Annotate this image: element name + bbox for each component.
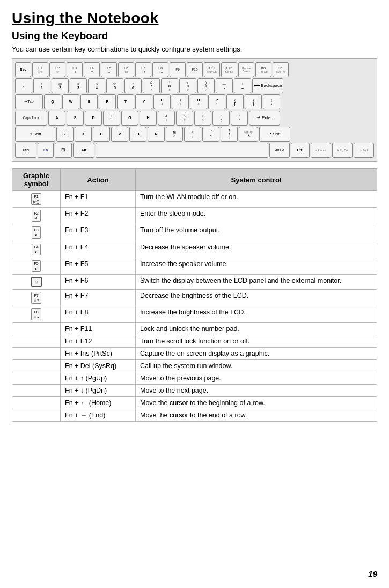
- key-fn[interactable]: Fn: [38, 143, 54, 158]
- key-capslock[interactable]: Caps Lock: [15, 111, 47, 126]
- cell-control: Decrease the brightness of the LCD.: [136, 290, 377, 306]
- key-home[interactable]: < Home: [311, 143, 331, 158]
- key-g[interactable]: G: [121, 111, 138, 126]
- key-space[interactable]: [96, 143, 268, 158]
- key-shift-left[interactable]: ⇧ Shift: [15, 127, 55, 142]
- key-v[interactable]: V: [111, 127, 128, 142]
- key-h[interactable]: H: [140, 111, 157, 126]
- key-pause[interactable]: PauseBreak: [238, 62, 254, 77]
- table-row: Fn + ↑ (PgUp)Move to the previous page.: [12, 372, 377, 385]
- key-z[interactable]: Z: [56, 127, 74, 142]
- key-shift-right[interactable]: ∧ Shift: [259, 127, 290, 142]
- cell-action: Fn + F12: [61, 335, 136, 348]
- page-number: 19: [368, 569, 377, 578]
- key-f9[interactable]: F9: [170, 62, 186, 77]
- key-quote[interactable]: "': [231, 111, 248, 126]
- cell-action: Fn + F3: [61, 224, 136, 241]
- cell-icon: F5▴: [12, 258, 61, 274]
- key-comma[interactable]: <,: [184, 127, 201, 142]
- key-7[interactable]: &77: [143, 78, 160, 93]
- cell-action: Fn + F8: [61, 306, 136, 323]
- key-pgdn[interactable]: ∨ Pg Dn: [332, 143, 353, 158]
- cell-control: Turn off the volume output.: [136, 224, 377, 241]
- key-b[interactable]: B: [129, 127, 146, 142]
- key-l[interactable]: L3: [194, 111, 211, 126]
- key-period[interactable]: >..: [202, 127, 219, 142]
- key-alt[interactable]: Alt: [73, 143, 94, 158]
- key-f11[interactable]: F11NumLk: [204, 62, 220, 77]
- key-lbracket[interactable]: {[: [226, 94, 244, 109]
- key-altgr[interactable]: Alt Gr: [269, 143, 290, 158]
- key-enter[interactable]: ↵ Enter: [249, 111, 280, 126]
- key-ins[interactable]: InsPrt Sc: [255, 62, 271, 77]
- key-backtick[interactable]: ~`: [15, 78, 32, 93]
- key-del[interactable]: DelSys Rq: [273, 62, 289, 77]
- cell-icon: [12, 385, 61, 397]
- key-8[interactable]: *88: [161, 78, 178, 93]
- key-n[interactable]: N: [148, 127, 165, 142]
- key-f10[interactable]: F10: [187, 62, 203, 77]
- key-esc[interactable]: Esc: [15, 62, 31, 77]
- cell-control: Move to the next page.: [136, 385, 377, 397]
- key-semicolon[interactable]: :;: [212, 111, 230, 126]
- key-c[interactable]: C: [93, 127, 110, 142]
- key-slash[interactable]: ?/+: [221, 127, 238, 142]
- key-f5[interactable]: F5▴: [101, 62, 117, 77]
- key-ctrl-left[interactable]: Ctrl: [15, 143, 36, 158]
- key-pgup[interactable]: Pg Up∧: [239, 127, 258, 142]
- key-end[interactable]: > End: [354, 143, 374, 158]
- key-f8[interactable]: F8☼▴: [152, 62, 168, 77]
- key-a[interactable]: A: [48, 111, 65, 126]
- key-backslash[interactable]: |\: [263, 94, 280, 109]
- key-e[interactable]: E: [80, 94, 98, 109]
- key-k[interactable]: K2: [176, 111, 193, 126]
- key-x[interactable]: X: [75, 127, 92, 142]
- key-d[interactable]: D: [85, 111, 102, 126]
- key-w[interactable]: W: [62, 94, 79, 109]
- table-row: Fn + F12Turn the scroll lock function on…: [12, 335, 377, 348]
- key-f6[interactable]: F6⊡: [118, 62, 134, 77]
- key-y[interactable]: Y: [135, 94, 152, 109]
- cell-action: Fn + F7: [61, 290, 136, 306]
- key-ctrl-right[interactable]: Ctrl: [291, 143, 310, 158]
- key-backspace[interactable]: ⟵ Backspace: [252, 78, 283, 93]
- key-4[interactable]: $4: [88, 78, 105, 93]
- key-u[interactable]: U4: [153, 94, 171, 109]
- cell-icon: F7☼▾: [12, 290, 61, 306]
- key-2[interactable]: @2: [52, 78, 69, 93]
- col-header-action: Action: [61, 169, 136, 191]
- key-0[interactable]: )0/: [197, 78, 215, 93]
- key-f2[interactable]: F2⊘: [49, 62, 65, 77]
- key-f12[interactable]: F12Scr Lk: [221, 62, 237, 77]
- key-5[interactable]: %5: [106, 78, 123, 93]
- key-f1[interactable]: F1((•)): [32, 62, 48, 77]
- key-f4[interactable]: F4▾: [84, 62, 100, 77]
- cell-icon: F2⊘: [12, 208, 61, 224]
- cell-icon: F3◂: [12, 224, 61, 241]
- table-row: F8☼▴Fn + F8Increase the brightness of th…: [12, 306, 377, 323]
- cell-action: Fn + F4: [61, 241, 136, 258]
- key-win[interactable]: ⊞: [55, 143, 72, 158]
- key-equals[interactable]: +=: [234, 78, 251, 93]
- key-q[interactable]: Q: [44, 94, 61, 109]
- key-m[interactable]: M0: [166, 127, 183, 142]
- key-p[interactable]: P*: [208, 94, 225, 109]
- key-minus[interactable]: —-: [216, 78, 233, 93]
- cell-action: Fn + Del (SysRq): [61, 360, 136, 372]
- key-9[interactable]: (99: [179, 78, 196, 93]
- key-rbracket[interactable]: }]: [245, 94, 262, 109]
- key-t[interactable]: T: [117, 94, 134, 109]
- key-tab[interactable]: ⇥Tab: [15, 94, 43, 109]
- key-f7[interactable]: F7☼▾: [135, 62, 151, 77]
- key-3[interactable]: #3: [70, 78, 87, 93]
- key-f[interactable]: F.: [103, 111, 120, 126]
- key-j[interactable]: J1: [158, 111, 175, 126]
- key-6[interactable]: ^6: [124, 78, 142, 93]
- key-o[interactable]: O6: [190, 94, 207, 109]
- key-1[interactable]: !1: [33, 78, 50, 93]
- key-f3[interactable]: F3◂: [67, 62, 83, 77]
- table-row: F2⊘Fn + F2Enter the sleep mode.: [12, 208, 377, 224]
- key-i[interactable]: I5: [172, 94, 189, 109]
- key-s[interactable]: S: [67, 111, 84, 126]
- key-r[interactable]: R: [99, 94, 116, 109]
